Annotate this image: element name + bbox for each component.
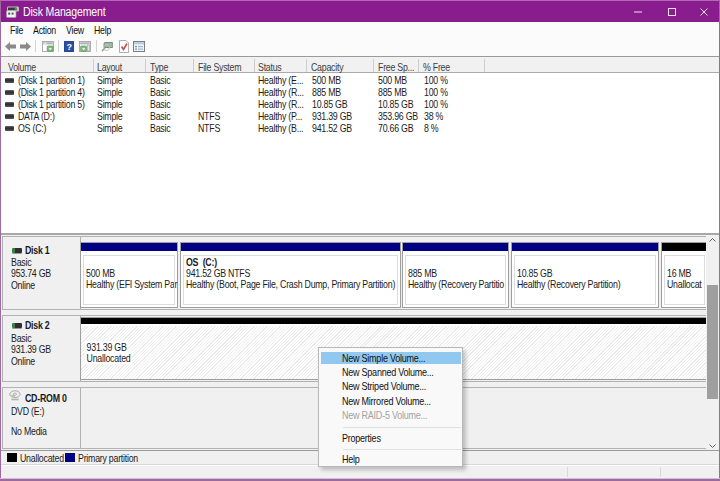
svg-text:?: ?	[66, 42, 71, 52]
